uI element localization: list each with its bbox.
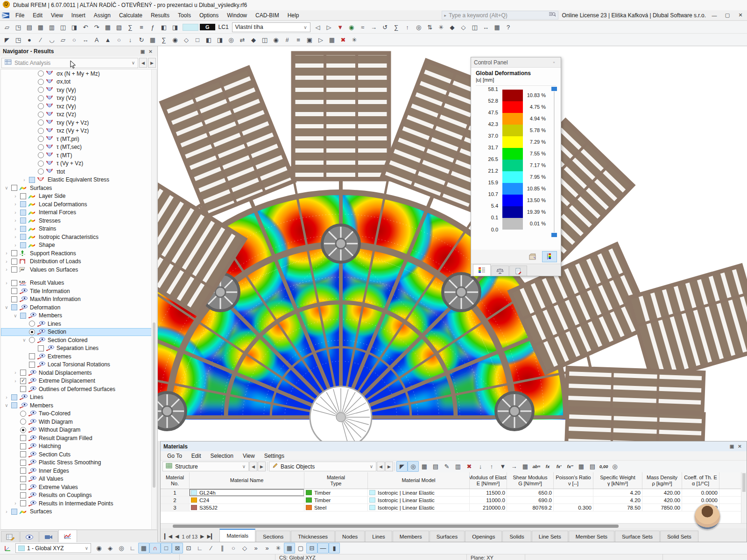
moments-icon[interactable]: ↺ — [380, 22, 391, 33]
material-model-cell[interactable]: Isotropic | Linear Elastic — [368, 497, 470, 504]
add-row-icon[interactable]: ▤ — [430, 461, 441, 472]
legend-color-swatch[interactable] — [502, 183, 523, 195]
close-button[interactable]: ✕ — [734, 11, 747, 20]
mesh-icon[interactable]: ▦ — [147, 35, 158, 45]
maximize-table-icon[interactable]: ▣ — [728, 443, 736, 450]
table-tab[interactable]: Solids — [502, 531, 531, 542]
tree-item[interactable]: Result Diagram Filled — [1, 434, 156, 442]
undo-icon[interactable]: ↶ — [80, 22, 91, 33]
table-tab[interactable]: Members — [393, 531, 429, 542]
save-icon[interactable]: ▤ — [24, 22, 35, 33]
next-load-case-icon[interactable]: ▷ — [324, 22, 335, 33]
tree-item[interactable]: Lines — [1, 320, 156, 328]
tree-item[interactable]: Without Diagram — [1, 426, 156, 434]
tab-filter[interactable] — [509, 266, 527, 276]
tree-item-control[interactable] — [20, 427, 26, 433]
expander-icon[interactable]: › — [4, 280, 9, 286]
tree-item[interactable]: › Lines — [1, 393, 156, 402]
legend-color-swatch[interactable] — [502, 125, 523, 136]
tree-item-control[interactable] — [38, 345, 44, 351]
clipping-icon[interactable]: ◫ — [469, 22, 480, 33]
column-header[interactable]: Modulus of Elast. E [N/mm²] — [470, 472, 507, 489]
tree-item[interactable]: Max/Min Information — [1, 295, 156, 304]
tree-scrollbar[interactable] — [151, 70, 156, 529]
expander-icon[interactable]: › — [13, 234, 18, 239]
measure-icon[interactable]: ≡ — [293, 35, 304, 45]
color-scale-options-button[interactable] — [542, 251, 557, 262]
minimize-button[interactable]: — — [708, 11, 721, 20]
tree-item-control[interactable] — [11, 402, 17, 408]
next-result-button[interactable]: ▶ — [148, 58, 156, 68]
clipping-planes-icon[interactable]: ◫ — [259, 35, 270, 45]
menu-item[interactable]: Calculate — [115, 10, 147, 21]
snap-intersections-icon[interactable]: ◎ — [116, 543, 127, 553]
material-row[interactable]: 3 S355J2 Steel Isotropic | Linear Elasti… — [161, 504, 747, 511]
print-view-icon[interactable]: ▦ — [326, 35, 338, 45]
expander-icon[interactable]: ∨ — [4, 185, 9, 190]
tree-item-control[interactable] — [20, 492, 26, 498]
view-front-icon[interactable]: ◧ — [203, 35, 214, 45]
material-type-cell[interactable]: Timber — [304, 489, 368, 496]
expander-icon[interactable]: › — [13, 501, 18, 506]
tree-item-control[interactable] — [20, 226, 26, 232]
tree-item-control[interactable] — [11, 259, 17, 265]
surface-tool-icon[interactable]: ▱ — [57, 35, 69, 45]
menu-item[interactable]: Edit — [28, 10, 47, 21]
print-graphic-icon[interactable]: ▦ — [492, 22, 503, 33]
previous-category-button[interactable]: ◀ — [377, 462, 385, 471]
polar-snap-icon[interactable]: ⊡ — [183, 543, 194, 553]
next-table-icon[interactable]: ▶ — [200, 533, 204, 539]
paste-icon[interactable]: ◨ — [69, 22, 80, 33]
tree-item-control[interactable] — [38, 119, 44, 126]
tree-item-control[interactable] — [20, 460, 26, 466]
tree-item[interactable]: τ (Vy + Vz) — [1, 160, 156, 168]
table-category-selector[interactable]: Basic Objects ∨ — [269, 462, 376, 471]
support-tool-icon[interactable]: ▲ — [102, 35, 113, 45]
parallel-icon[interactable]: ∥ — [217, 543, 228, 553]
navigator-display-icon[interactable] — [20, 531, 39, 542]
delete-results-icon[interactable]: ✖ — [338, 35, 349, 45]
tree-item[interactable]: All Values — [1, 475, 156, 483]
formulas-icon[interactable]: ƒ — [147, 22, 158, 33]
tree-item-control[interactable] — [29, 337, 35, 343]
show-results-2-icon[interactable]: ◉ — [169, 35, 181, 45]
material-row[interactable]: 2 C24 Timber Isotropic | Linear Elastic … — [161, 497, 747, 504]
table-tab[interactable]: Surfaces — [430, 531, 465, 542]
table-tab[interactable]: Nodes — [335, 531, 365, 542]
work-plane-icon[interactable]: ∟ — [127, 543, 138, 553]
zoom-extents-icon[interactable]: ↔ — [480, 22, 492, 33]
line-snap-icon[interactable]: ∕ — [205, 543, 217, 553]
perpendicular-icon[interactable]: ∟ — [194, 543, 205, 553]
close-panel-icon[interactable]: ✕ — [147, 48, 155, 55]
column-header[interactable]: Material No. — [161, 472, 190, 489]
tree-item[interactable]: τxy (Vz) — [1, 94, 156, 103]
tree-item-control[interactable] — [20, 419, 26, 425]
row-info-icon[interactable]: ▥ — [452, 461, 464, 472]
tree-item[interactable]: › Surfaces — [1, 508, 156, 516]
open-icon[interactable]: ◳ — [13, 22, 24, 33]
menu-item[interactable]: Options — [195, 10, 223, 21]
zoom-window-icon[interactable]: ◎ — [226, 35, 237, 45]
expander-icon[interactable]: › — [4, 259, 9, 264]
tree-item[interactable]: › Support Reactions — [1, 249, 156, 258]
column-header[interactable]: Material Type — [304, 472, 368, 489]
legend-color-swatch[interactable] — [502, 218, 523, 230]
expander-icon[interactable]: ∨ — [4, 305, 9, 310]
float-panel-icon[interactable]: ▣ — [139, 48, 147, 55]
tree-item[interactable]: τtot — [1, 168, 156, 176]
view-top-icon[interactable]: □ — [192, 35, 203, 45]
tree-item[interactable]: τ (MT,pri) — [1, 135, 156, 143]
combinations-icon[interactable]: ≡ — [136, 22, 147, 33]
tree-item-control[interactable] — [20, 435, 26, 441]
tree-item[interactable]: τxy (Vy) — [1, 86, 156, 94]
legend-color-swatch[interactable] — [502, 160, 523, 171]
text-annotation-icon[interactable]: A — [91, 35, 102, 45]
display-properties-icon[interactable]: ◆ — [248, 35, 259, 45]
chevron-down-icon[interactable]: ∨ — [370, 464, 373, 469]
tree-item[interactable]: › xx Values on Surfaces — [1, 266, 156, 274]
tree-item-control[interactable] — [20, 378, 26, 384]
tree-item[interactable]: › Distribution of Loads — [1, 258, 156, 266]
tables-icon[interactable]: ▦ — [102, 22, 113, 33]
first-table-icon[interactable]: ▎◀ — [164, 533, 172, 539]
select-relation-icon[interactable]: ◤ — [396, 461, 408, 472]
